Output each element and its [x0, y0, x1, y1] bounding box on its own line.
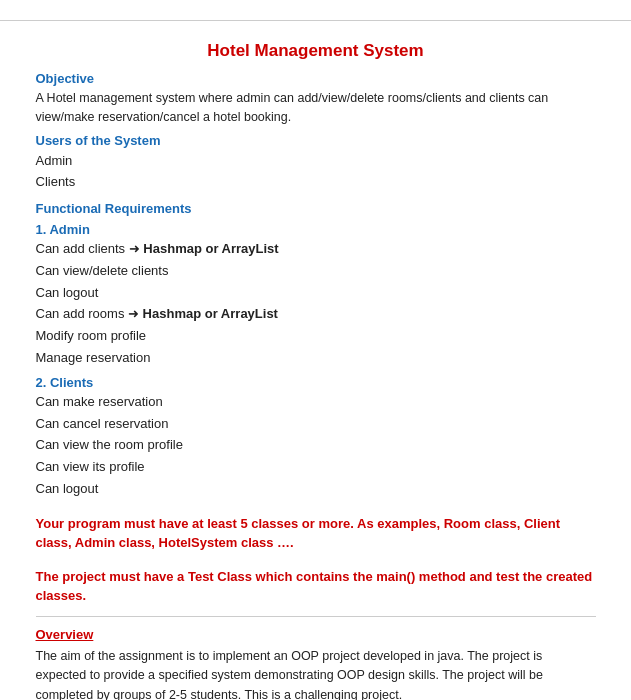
admin-item-4: Can add rooms ➜ Hashmap or ArrayList [36, 304, 596, 325]
users-label: Users of the System [36, 133, 596, 148]
client-item-4: Can view its profile [36, 457, 596, 478]
overview-text: The aim of the assignment is to implemen… [36, 647, 596, 700]
client-item-3: Can view the room profile [36, 435, 596, 456]
top-divider [0, 20, 631, 21]
page-title: Hotel Management System [36, 41, 596, 61]
admin-heading: 1. Admin [36, 222, 596, 237]
admin-item-3: Can logout [36, 283, 596, 304]
user-clients: Clients [36, 172, 596, 193]
functional-label: Functional Requirements [36, 201, 596, 216]
mid-divider [36, 616, 596, 617]
warning1: Your program must have at least 5 classe… [36, 514, 596, 553]
client-item-1: Can make reservation [36, 392, 596, 413]
client-item-2: Can cancel reservation [36, 414, 596, 435]
admin-item-2: Can view/delete clients [36, 261, 596, 282]
content-area: Hotel Management System Objective A Hote… [36, 31, 596, 700]
warning2-text: The project must have a Test Class which… [36, 569, 593, 604]
clients-heading: 2. Clients [36, 375, 596, 390]
admin-item-1: Can add clients ➜ Hashmap or ArrayList [36, 239, 596, 260]
warning2: The project must have a Test Class which… [36, 567, 596, 606]
client-item-5: Can logout [36, 479, 596, 500]
objective-label: Objective [36, 71, 596, 86]
user-admin: Admin [36, 151, 596, 172]
warning1-text: Your program must have at least 5 classe… [36, 516, 561, 551]
page-container: Hotel Management System Objective A Hote… [0, 0, 631, 700]
objective-text: A Hotel management system where admin ca… [36, 89, 596, 127]
admin-item-6: Manage reservation [36, 348, 596, 369]
admin-item-5: Modify room profile [36, 326, 596, 347]
overview-label: Overview [36, 627, 596, 642]
